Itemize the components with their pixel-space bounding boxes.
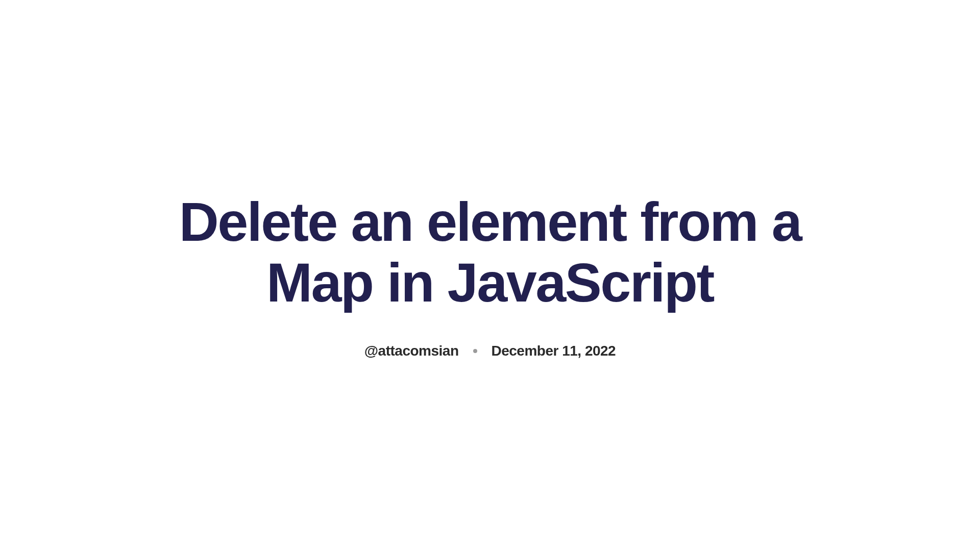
article-header: Delete an element from a Map in JavaScri… xyxy=(133,192,847,359)
author-handle[interactable]: @attacomsian xyxy=(364,343,459,359)
separator-dot xyxy=(473,349,477,353)
publish-date: December 11, 2022 xyxy=(492,343,616,359)
article-title: Delete an element from a Map in JavaScri… xyxy=(153,192,827,313)
article-meta: @attacomsian December 11, 2022 xyxy=(153,343,827,359)
